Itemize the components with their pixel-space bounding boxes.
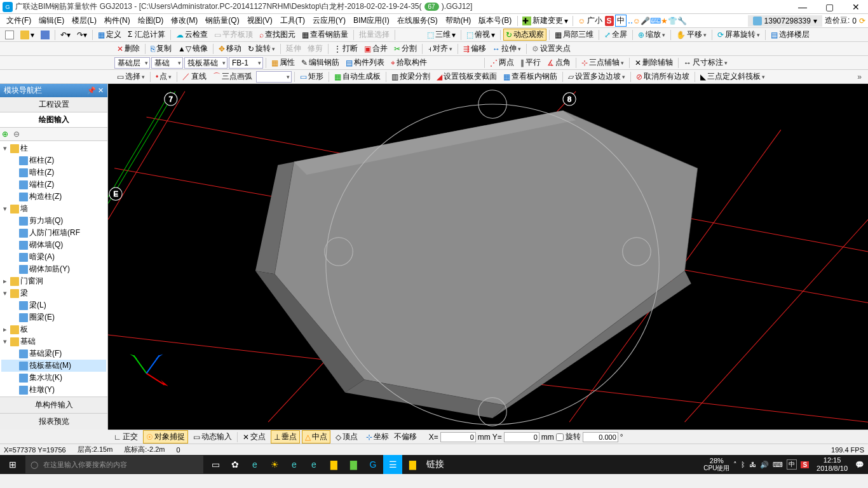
tray-notif-icon[interactable]: 💬 [855,461,864,469]
parallel-button[interactable]: ∥平行 [518,57,543,69]
edit-steel-button[interactable]: ✎编辑钢筋 [299,57,342,69]
tray-sogou-icon[interactable]: S [801,461,809,468]
trim-button[interactable]: 修剪 [305,43,325,55]
coin-icon[interactable]: ⟳ [859,17,865,25]
rect-button[interactable]: ▭矩形 [297,71,326,83]
snap-mid[interactable]: △中点 [302,430,330,444]
tree-node[interactable]: ▾基础 [1,336,106,348]
view-steel-button[interactable]: ▦查看钢筋量 [299,29,351,41]
save-button[interactable] [38,30,52,40]
ime-mic-icon[interactable]: 🎤 [641,17,650,25]
tree-node[interactable]: ▾梁 [1,287,106,299]
define-button[interactable]: ▦定义 [95,29,124,41]
ortho-toggle[interactable]: ∟正交 [111,430,141,444]
tray-clock[interactable]: 12:152018/8/10 [813,456,851,473]
undo-button[interactable]: ↶▾ [58,30,73,40]
task-view-icon[interactable]: ▭ [206,455,225,474]
fullscreen-button[interactable]: ⤢全屏 [602,29,630,41]
expand-all-icon[interactable]: ⊕ [2,130,11,139]
pin-icon[interactable]: 📌 ✕ [87,86,104,95]
floor-combo[interactable]: 基础层 [114,57,150,69]
maximize-button[interactable]: ▢ [820,2,839,12]
tree-node[interactable]: 人防门框墙(RF [1,227,106,239]
tree-node[interactable]: 集水坑(K) [1,372,106,384]
pan-button[interactable]: ✋平移 [674,29,709,41]
viewport-3d[interactable]: 7 8 E [108,84,868,430]
taskbar-search[interactable]: ◯ 在这里输入你要搜索的内容 [25,456,203,473]
snap-perp[interactable]: ⊥垂点 [271,430,300,444]
tray-net-icon[interactable]: 🖧 [749,461,756,468]
sidebar-tab-draw[interactable]: 绘图输入 [0,112,107,128]
tree-node[interactable]: 柱墩(Y) [1,384,106,396]
find-graph-button[interactable]: ⌕查找图元 [257,29,298,41]
tree-node[interactable]: 圈梁(E) [1,311,106,323]
select-floor-button[interactable]: ▤选择楼层 [768,29,812,41]
user-block[interactable]: 13907298339▾ [748,15,822,27]
menu-cloud[interactable]: 云应用(Y) [309,14,349,27]
menu-version[interactable]: 版本号(B) [475,14,515,27]
zoom-button[interactable]: ⊕缩放 [635,29,668,41]
move-button[interactable]: ✥移动 [216,43,244,55]
view-inner-steel-button[interactable]: ▦查看板内钢筋 [501,71,560,83]
set-poly-button[interactable]: ▱设置多边边坡 [566,71,628,83]
sidebar-tab-single[interactable]: 单构件输入 [0,396,107,413]
menu-edit[interactable]: 编辑(E) [35,14,68,27]
open-file-button[interactable]: ▾ [18,30,37,40]
ime-indicator[interactable]: 中 [615,15,627,27]
ie-icon[interactable]: e [304,455,323,474]
menu-bim[interactable]: BIM应用(I) [349,14,393,27]
menu-tools[interactable]: 工具(T) [276,14,309,27]
two-point-button[interactable]: ⋰两点 [487,57,517,69]
menu-floor[interactable]: 楼层(L) [68,14,100,27]
app3-icon[interactable]: ☀ [265,455,284,474]
tree-node[interactable]: 暗柱(Z) [1,166,106,179]
tray-kbd-icon[interactable]: ⌨ [773,461,783,469]
ime-kbd-icon[interactable]: ⌨ [650,17,661,25]
edge-icon[interactable]: e [245,455,264,474]
ime-wrench-icon[interactable]: 🔧 [677,17,687,25]
tree-node[interactable]: ▸门窗洞 [1,275,106,287]
cancel-slopes-button[interactable]: ⊘取消所有边坡 [634,71,692,83]
menu-steel[interactable]: 钢筋量(Q) [201,14,243,27]
tree-node[interactable]: 暗梁(A) [1,251,106,263]
menu-view[interactable]: 视图(V) [243,14,276,27]
tree-node[interactable]: ▾柱 [1,142,106,154]
rotate-check[interactable] [556,433,564,441]
batch-select-button[interactable]: 批量选择 [356,29,392,41]
overlook-button[interactable]: ⬚俯视▾ [464,29,498,41]
guangxiao-button[interactable]: ☺广小 [575,15,604,27]
sidebar-tab-report[interactable]: 报表预览 [0,413,107,430]
menu-draw[interactable]: 绘图(D) [134,14,168,27]
ime-smile-icon[interactable]: ☺ [633,17,641,25]
menu-modify[interactable]: 修改(M) [167,14,201,27]
three-pt-aux-button[interactable]: ⊹三点辅轴 [579,57,627,69]
sidebar-tab-project[interactable]: 工程设置 [0,97,107,112]
dim-label-button[interactable]: ↔尺寸标注 [681,57,730,69]
tree-node[interactable]: ▾墙 [1,203,106,215]
screen-rotate-button[interactable]: ⟳屏幕旋转 [715,29,763,41]
tray-bt-icon[interactable]: ᛒ [741,461,745,468]
def-3pt-slope-button[interactable]: ◣三点定义斜筏板 [698,71,768,83]
tree-node[interactable]: 端柱(Z) [1,179,106,191]
extend-button[interactable]: 延伸 [283,43,304,55]
tray-ime-icon[interactable]: 中 [787,459,797,470]
minimize-button[interactable]: — [793,2,812,12]
links-label[interactable]: 链接 [423,455,448,474]
arc-combo[interactable] [256,71,292,83]
arc3-button[interactable]: ⌒三点画弧 [210,71,255,83]
tree-node[interactable]: 砌体墙(Q) [1,239,106,251]
tree-node[interactable]: 筏板基础(M) [1,360,106,372]
rotate-input[interactable] [583,432,618,442]
snap-intersect[interactable]: ✕交点 [240,430,269,444]
comp-list-button[interactable]: ▤构件列表 [343,57,387,69]
point-button[interactable]: •点 [153,71,174,83]
offset-mode-combo[interactable]: 不偏移 [394,431,427,442]
category-combo[interactable]: 基础 [151,57,183,69]
split-button[interactable]: ✂分割 [391,43,419,55]
stretch-button[interactable]: ↔拉伸 [490,43,524,55]
snap-coord[interactable]: ⊹坐标 [363,430,392,444]
del-aux-button[interactable]: ✕删除辅轴 [632,57,675,69]
app6-icon[interactable]: ▇ [344,455,363,474]
cpu-meter[interactable]: 28%CPU使用 [703,457,729,472]
app9-icon[interactable]: ▇ [403,455,422,474]
